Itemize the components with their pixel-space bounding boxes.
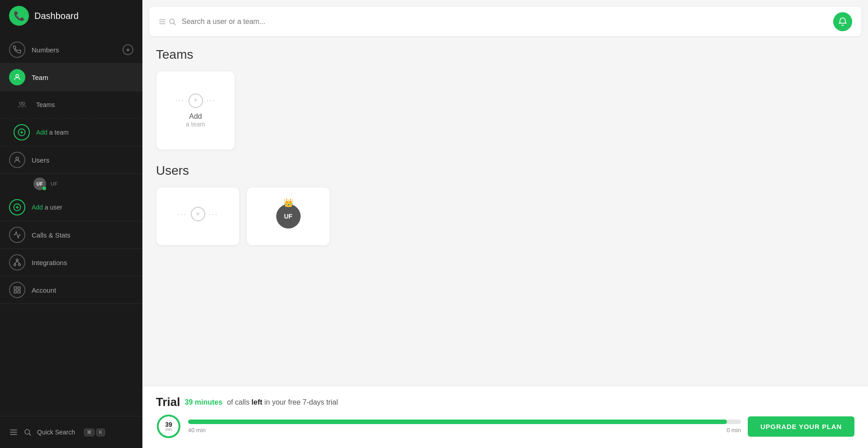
chart-icon [13, 231, 21, 239]
add-card-label: Add [189, 112, 202, 121]
user-initials: UF [284, 213, 292, 220]
users-icon-circle [9, 152, 25, 168]
teams-label: Teams [36, 101, 55, 108]
search-icon-group [158, 18, 176, 26]
user-flows-avatar: UF [33, 177, 46, 190]
svg-line-14 [17, 261, 19, 264]
notification-button[interactable] [833, 12, 852, 31]
app-logo[interactable]: 📞 [9, 6, 29, 26]
grid-icon [13, 286, 21, 294]
sidebar-item-integrations[interactable]: Integrations [0, 249, 142, 276]
progress-labels: 40 min 0 min [188, 427, 741, 434]
integrations-icon-circle [9, 254, 25, 271]
svg-point-1 [19, 102, 22, 104]
user-dots-right: ··· [209, 210, 218, 219]
key-cmd: ⌘ [84, 429, 94, 436]
add-team-label: Add a team [36, 129, 69, 136]
app-title: Dashboard [34, 11, 79, 21]
quick-search-item[interactable]: Quick Search ⌘ K [9, 423, 133, 441]
calls-stats-icon-circle [9, 227, 25, 243]
users-icon [13, 156, 21, 164]
phone-icon: 📞 [14, 10, 25, 21]
add-circle-btn[interactable]: + [189, 93, 203, 108]
account-icon-circle [9, 282, 25, 298]
dots-left: ··· [175, 96, 184, 105]
ring-number: 39 [165, 421, 172, 428]
user-card-uf[interactable]: 👑 UF [246, 187, 330, 246]
svg-line-13 [15, 261, 17, 264]
svg-rect-16 [18, 287, 20, 289]
user-flows-label: UF [51, 181, 58, 187]
progress-ring-label: 39 min [165, 421, 172, 432]
trial-bar: Trial 39 minutes of calls left in your f… [142, 386, 868, 448]
upgrade-plan-button[interactable]: UPGRADE YOUR PLAN [748, 416, 854, 437]
sidebar-item-add-team[interactable]: Add a team [0, 119, 142, 146]
trial-header: Trial 39 minutes of calls left in your f… [156, 395, 854, 409]
account-label: Account [32, 286, 56, 294]
svg-point-6 [16, 157, 19, 160]
sidebar-item-user-flows: UF UF [0, 174, 142, 194]
teams-title: Teams [156, 47, 854, 62]
dots-right: ··· [207, 96, 216, 105]
sidebar-bottom: Quick Search ⌘ K [0, 416, 142, 448]
trial-description: of calls left in your free 7-days trial [227, 398, 338, 406]
main-content: Teams ··· + ··· Add a team Users [142, 0, 868, 448]
calls-stats-label: Calls & Stats [32, 231, 71, 239]
sidebar-item-account[interactable]: Account [0, 276, 142, 304]
users-title: Users [156, 163, 854, 178]
add-user-card[interactable]: ··· + ··· [156, 187, 240, 246]
sidebar-item-teams[interactable]: Teams [0, 91, 142, 119]
sidebar-nav: Numbers + Team Teams [0, 32, 142, 416]
svg-point-0 [16, 75, 19, 77]
user-add-circle-btn[interactable]: + [191, 207, 205, 221]
numbers-icon-circle [9, 42, 25, 58]
search-icon-small [24, 428, 32, 436]
progress-min-label: 40 min [188, 427, 206, 434]
teams-sub-icon [14, 97, 30, 113]
progress-bar-fill [188, 420, 727, 424]
notification-icon [838, 17, 847, 26]
users-section: Users ··· + ··· 👑 UF [156, 163, 854, 246]
add-card-top: ··· + ··· [175, 93, 216, 108]
phone-icon [13, 46, 21, 54]
teams-grid: ··· + ··· Add a team [156, 71, 854, 150]
user-dots-left: ··· [177, 210, 187, 219]
svg-point-22 [25, 429, 30, 434]
user-avatar-uf: 👑 UF [276, 204, 301, 229]
svg-rect-15 [14, 287, 16, 289]
keyboard-shortcut: ⌘ K [84, 429, 105, 436]
teams-section: Teams ··· + ··· Add a team [156, 47, 854, 150]
key-k: K [96, 429, 105, 436]
svg-point-10 [16, 259, 19, 261]
integrations-label: Integrations [32, 259, 67, 266]
add-user-label: Add a user [32, 204, 62, 211]
svg-line-23 [29, 434, 31, 435]
add-user-icon [13, 203, 21, 211]
sidebar-item-calls-stats[interactable]: Calls & Stats [0, 221, 142, 249]
add-number-btn[interactable]: + [123, 44, 133, 55]
search-input[interactable] [182, 18, 833, 26]
svg-line-28 [174, 23, 175, 25]
sidebar: 📞 Dashboard Numbers + Team [0, 0, 142, 448]
add-user-icon-circle [9, 199, 25, 215]
sidebar-item-users[interactable]: Users [0, 146, 142, 174]
sidebar-item-team[interactable]: Team [0, 64, 142, 91]
ring-unit: min [165, 428, 172, 432]
svg-rect-17 [14, 291, 16, 293]
team-icon-circle [9, 69, 25, 85]
numbers-label: Numbers [32, 46, 59, 54]
online-indicator [42, 187, 46, 190]
quick-search-label: Quick Search [37, 429, 75, 436]
search-icon [168, 18, 176, 26]
progress-ring: 39 min [156, 414, 181, 439]
team-label: Team [32, 74, 48, 81]
sidebar-item-add-user[interactable]: Add a user [0, 194, 142, 221]
teams-icon [17, 100, 26, 109]
trial-title: Trial [156, 395, 180, 409]
content-area: Teams ··· + ··· Add a team Users [142, 36, 868, 386]
sidebar-item-numbers[interactable]: Numbers + [0, 36, 142, 64]
sidebar-header: 📞 Dashboard [0, 0, 142, 32]
progress-bar-container: 40 min 0 min [188, 420, 741, 434]
svg-point-12 [19, 264, 21, 266]
add-team-card[interactable]: ··· + ··· Add a team [156, 71, 235, 150]
